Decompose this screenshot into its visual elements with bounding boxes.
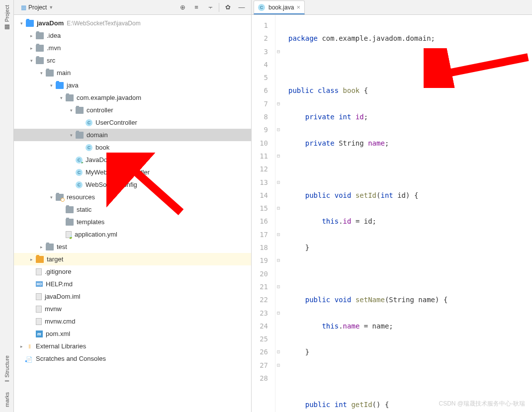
- panel-header: ▦ Project ▼ ⊕ ≡ ⫟ ✿ —: [14, 0, 251, 15]
- class-icon: C: [258, 4, 265, 11]
- folder-icon: [36, 45, 44, 52]
- resources-folder-icon: [56, 194, 64, 201]
- hide-btn[interactable]: —: [236, 2, 247, 13]
- tree-item-help[interactable]: MDHELP.md: [14, 278, 251, 290]
- tree-item-domain[interactable]: ▾domain: [14, 129, 251, 141]
- tree-item-idea[interactable]: ▸.idea: [14, 29, 251, 42]
- tree-item-mvnwcmd[interactable]: mvnw.cmd: [14, 315, 251, 328]
- markdown-icon: MD: [36, 281, 43, 287]
- source-folder-icon: [56, 82, 64, 89]
- package-icon: [76, 132, 84, 139]
- excluded-folder-icon: [36, 256, 44, 263]
- tree-item-pom[interactable]: mpom.xml: [14, 328, 251, 340]
- libraries-icon: ⫴: [26, 343, 33, 350]
- settings-btn[interactable]: ✿: [222, 2, 233, 13]
- tree-item-handler[interactable]: CMyWebSocketHandler: [14, 166, 251, 178]
- editor-tabs: C book.java ×: [252, 0, 532, 15]
- chevron-down-icon: ▼: [49, 5, 53, 10]
- tree-item-mvn[interactable]: ▸.mvn: [14, 42, 251, 54]
- package-icon: [66, 94, 74, 101]
- folder-icon: [36, 57, 44, 64]
- class-icon: C: [86, 144, 92, 151]
- line-gutter: 1234567891011121314151617181920212223242…: [252, 15, 275, 412]
- tree-item-wsconfig[interactable]: CWebSocketConfig: [14, 178, 251, 191]
- tree-item-iml[interactable]: javaDom.iml: [14, 290, 251, 303]
- code-content[interactable]: package com.example.javadom.domain; publ…: [281, 15, 532, 412]
- maven-icon: m: [36, 330, 43, 337]
- select-open-file-btn[interactable]: ⊕: [177, 2, 188, 13]
- editor-area: C book.java × 12345678910111213141516171…: [252, 0, 532, 412]
- file-icon: [36, 293, 42, 300]
- tree-item-book[interactable]: Cbook: [14, 141, 251, 154]
- tree-item-test[interactable]: ▸test: [14, 241, 251, 253]
- tree-item-package[interactable]: ▾com.example.javadom: [14, 91, 251, 104]
- package-icon: [76, 107, 84, 114]
- tree-item-usercontroller[interactable]: CUserController: [14, 116, 251, 129]
- folder-icon: [66, 206, 74, 213]
- tree-item-target[interactable]: ▸target: [14, 253, 251, 265]
- tab-book-java[interactable]: C book.java ×: [254, 0, 305, 14]
- spring-boot-class-icon: C: [76, 157, 83, 164]
- tree-item-main[interactable]: ▾main: [14, 67, 251, 79]
- yml-file-icon: [66, 231, 72, 238]
- rail-bookmarks[interactable]: marks: [4, 387, 10, 412]
- project-panel: ▦ Project ▼ ⊕ ≡ ⫟ ✿ — ▾javaDomE:\WebSock…: [14, 0, 252, 412]
- close-tab-icon[interactable]: ×: [296, 3, 300, 11]
- file-icon: [36, 318, 42, 325]
- fold-column: ⊟⊟⊡⊟⊡⊟⊡⊟⊡⊟⊡⊡: [275, 15, 281, 412]
- folder-icon: [46, 244, 54, 250]
- rail-project[interactable]: ▦Project: [3, 0, 10, 36]
- tree-item-templates[interactable]: templates: [14, 216, 251, 228]
- code-editor[interactable]: 1234567891011121314151617181920212223242…: [252, 15, 532, 412]
- folder-icon: [36, 32, 44, 39]
- tree-item-mvnw[interactable]: mvnw: [14, 303, 251, 315]
- tree-item-appyml[interactable]: application.yml: [14, 228, 251, 241]
- folder-icon: [46, 70, 54, 77]
- scratches-icon: [26, 355, 33, 362]
- tree-root[interactable]: ▾javaDomE:\WebSocketText\javaDom: [14, 17, 251, 29]
- tree-item-src[interactable]: ▾src: [14, 54, 251, 67]
- tree-item-controller[interactable]: ▾controller: [14, 104, 251, 116]
- tree-item-gitignore[interactable]: .gitignore: [14, 265, 251, 278]
- folder-icon: [66, 219, 74, 226]
- project-view-selector[interactable]: ▦ Project ▼: [18, 3, 56, 12]
- rail-structure[interactable]: ⦀Structure: [3, 350, 10, 387]
- tree-item-static[interactable]: static: [14, 203, 251, 216]
- tree-item-scratches[interactable]: Scratches and Consoles: [14, 352, 251, 365]
- file-icon: [36, 306, 42, 313]
- tool-window-bar: ▦Project ⦀Structure marks: [0, 0, 14, 412]
- file-icon: [36, 268, 42, 275]
- class-icon: C: [76, 169, 83, 176]
- tree-item-app[interactable]: CJavaDomApplication: [14, 154, 251, 166]
- tree-item-extlib[interactable]: ▸⫴External Libraries: [14, 340, 251, 352]
- module-icon: [26, 20, 34, 27]
- project-icon: ▦: [21, 4, 26, 11]
- tree-item-resources[interactable]: ▾resources: [14, 191, 251, 203]
- expand-all-btn[interactable]: ≡: [191, 2, 202, 13]
- tree-item-java[interactable]: ▾java: [14, 79, 251, 91]
- project-tree[interactable]: ▾javaDomE:\WebSocketText\javaDom ▸.idea …: [14, 15, 251, 412]
- class-icon: C: [76, 181, 83, 188]
- class-icon: C: [86, 119, 92, 126]
- collapse-all-btn[interactable]: ⫟: [205, 2, 216, 13]
